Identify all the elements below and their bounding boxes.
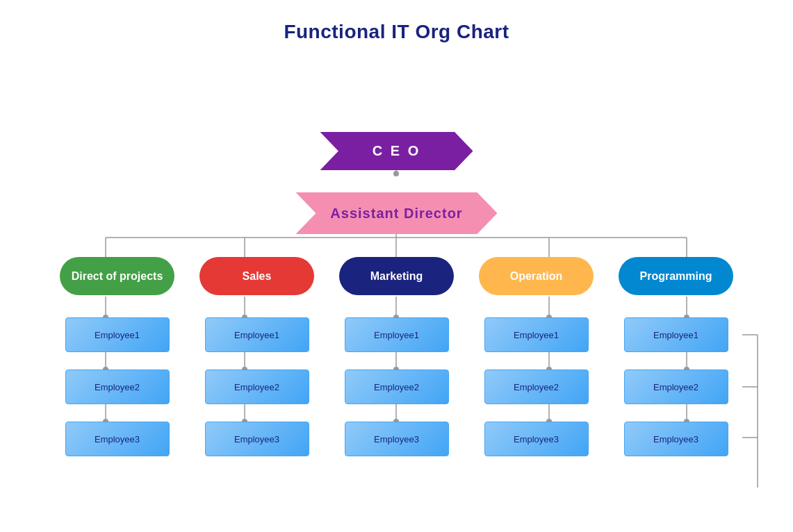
dept-programming: Programming [619, 257, 733, 295]
emp-direct-3: Employee3 [65, 422, 170, 456]
emp-programming-1: Employee1 [624, 317, 728, 352]
emp-sales-2: Employee2 [205, 369, 309, 404]
emp-programming-2: Employee2 [624, 369, 728, 404]
emp-marketing-3: Employee3 [345, 422, 449, 456]
emp-operation-1: Employee1 [484, 317, 589, 352]
page-title: Functional IT Org Chart [0, 0, 793, 43]
emp-direct-1: Employee1 [65, 317, 170, 352]
ceo-node: C E O [320, 132, 473, 170]
page: Functional IT Org Chart [0, 0, 793, 532]
emp-direct-2: Employee2 [65, 369, 170, 404]
emp-operation-3: Employee3 [484, 422, 589, 456]
emp-sales-3: Employee3 [205, 422, 309, 456]
emp-programming-3: Employee3 [624, 422, 728, 456]
emp-operation-2: Employee2 [484, 369, 589, 404]
emp-marketing-1: Employee1 [345, 317, 449, 352]
emp-sales-1: Employee1 [205, 317, 309, 352]
assistant-director-node: Assistant Director [296, 192, 498, 234]
svg-point-1 [393, 171, 399, 176]
dept-sales: Sales [199, 257, 314, 295]
emp-marketing-2: Employee2 [345, 369, 449, 404]
dept-direct-of-projects: Direct of projects [60, 257, 174, 295]
dept-operation: Operation [479, 257, 594, 295]
dept-marketing: Marketing [339, 257, 454, 295]
